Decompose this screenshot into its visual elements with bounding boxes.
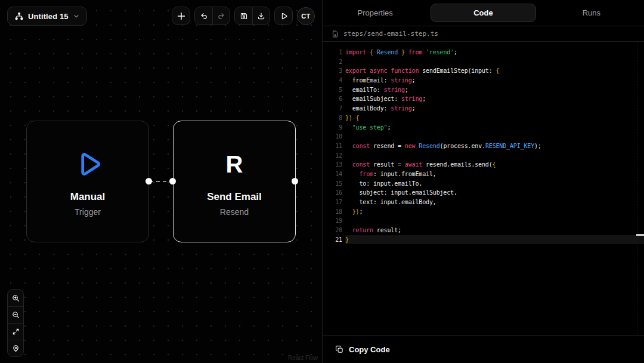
node-send-email[interactable]: R Send Email Resend [173,121,296,242]
copy-icon [335,345,343,353]
node-manual-trigger[interactable]: Manual Trigger [26,121,149,242]
code-line: 3export async function sendEmailStep(inp… [323,66,644,76]
history-group [194,7,230,25]
pin-button[interactable] [8,340,23,356]
play-icon [280,12,288,20]
code-line: 1import { Resend } from 'resend'; [323,48,644,57]
code-line: 20 return result; [323,226,644,235]
node-subtitle: Resend [220,207,249,217]
zoom-out-icon [12,311,20,319]
zoom-in-button[interactable] [8,290,23,306]
code-line: 16 subject: input.emailSubject, [323,188,644,198]
code-line: 8}) { [323,113,644,123]
user-avatar[interactable]: CT [297,7,315,25]
code-line: 5 emailTo: string; [323,85,644,95]
pin-icon [12,344,20,352]
workflow-name-dropdown[interactable]: Untitled 15 [7,7,87,26]
tab-properties[interactable]: Properties [323,0,428,26]
code-line: 21} [323,235,644,245]
plus-icon [177,12,185,20]
canvas-toolbar: CT [172,7,315,25]
workflow-icon [15,12,23,20]
code-line: 12 [323,151,644,161]
file-path: steps/send-email-step.ts [343,30,438,38]
resend-logo-icon: R [226,152,243,176]
code-line: 6 emailSubject: string; [323,94,644,104]
zoom-in-icon [12,294,20,302]
save-button[interactable] [235,7,252,24]
code-lines: 1import { Resend } from 'resend';23expor… [323,48,644,244]
viewport-controls [7,289,24,357]
code-line: 10 [323,132,644,141]
code-line: 11 const resend = new Resend(process.env… [323,141,644,151]
code-line: 18 }); [323,207,644,217]
download-button[interactable] [252,7,270,24]
redo-icon [217,12,225,20]
fit-view-icon [12,328,20,336]
code-line: 15 to: input.emailTo, [323,179,644,189]
handle-manual-output[interactable] [145,178,152,184]
fit-view-button[interactable] [8,323,23,340]
manual-trigger-play-icon [72,147,104,181]
handle-sendemail-input[interactable] [169,178,176,184]
panel-tabs: Properties Code Runs [323,0,644,26]
editor-cursor-indicator [636,234,644,236]
app: Untitled 15 [0,0,644,363]
node-subtitle: Trigger [75,207,101,217]
code-line: 14 from: input.fromEmail, [323,170,644,179]
code-editor[interactable]: 1import { Resend } from 'resend';23expor… [323,42,644,334]
code-line: 2 [323,57,644,67]
save-icon [240,12,248,20]
chevron-down-icon [73,13,79,19]
copy-code-button[interactable]: Copy Code [323,335,644,363]
copy-code-label: Copy Code [349,345,390,354]
download-icon [257,12,265,20]
zoom-out-button[interactable] [8,306,23,323]
run-workflow-button[interactable] [274,7,293,25]
add-node-button[interactable] [172,7,190,25]
file-actions-group [234,7,270,25]
handle-sendemail-output[interactable] [292,178,298,184]
tab-code[interactable]: Code [428,0,538,26]
workflow-name: Untitled 15 [28,12,69,21]
code-line: 13 const result = await resend.emails.se… [323,160,644,170]
node-title: Manual [70,191,106,203]
undo-icon [200,12,208,20]
code-line: 9 "use step"; [323,123,644,133]
redo-button[interactable] [212,7,230,24]
code-line: 4 fromEmail: string; [323,76,644,85]
file-path-row: steps/send-email-step.ts [323,26,644,42]
flow-canvas[interactable]: Untitled 15 [0,0,322,363]
tab-runs[interactable]: Runs [539,0,644,26]
code-line: 7 emailBody: string; [323,104,644,113]
inspector-panel: Properties Code Runs steps/send-email-st… [322,0,644,363]
code-line: 17 text: input.emailBody, [323,198,644,207]
node-title: Send Email [207,191,262,203]
undo-button[interactable] [195,7,212,24]
file-icon [332,30,339,38]
code-line: 19 [323,216,644,226]
react-flow-attribution[interactable]: React Flow [288,355,318,361]
